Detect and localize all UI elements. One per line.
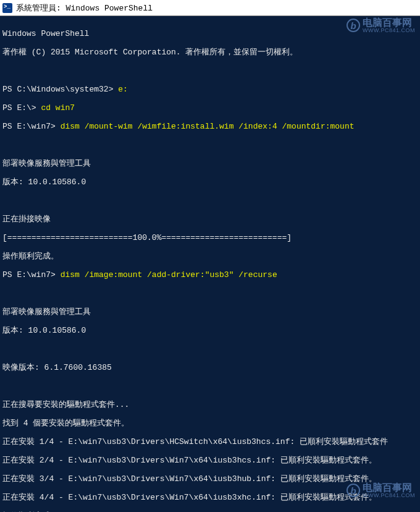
- output-line: 版本: 10.0.10586.0: [2, 177, 418, 187]
- output-line: 映像版本: 6.1.7600.16385: [2, 363, 418, 372]
- output-line: 操作順利完成。: [2, 252, 418, 261]
- output-line: [2, 140, 418, 150]
- prompt: PS E:\win7>: [2, 122, 61, 131]
- prompt-line: PS E:\win7> dism /mount-wim /wimfile:ins…: [2, 122, 418, 131]
- powershell-icon: [2, 3, 12, 13]
- output-line: Windows PowerShell: [2, 29, 418, 38]
- prompt: PS E:\>: [2, 103, 41, 113]
- output-line: 正在安裝 2/4 - E:\win7\usb3\Drivers\Win7\x64…: [2, 456, 418, 465]
- progress-bar: [==========================100.0%=======…: [2, 233, 418, 242]
- output-line: 部署映像服務與管理工具: [2, 307, 418, 317]
- output-line: 著作權 (C) 2015 Microsoft Corporation. 著作權所…: [2, 48, 418, 57]
- output-line: [2, 196, 418, 205]
- output-line: 版本: 10.0.10586.0: [2, 326, 418, 335]
- window-title: 系統管理員: Windows PowerShell: [16, 2, 153, 14]
- output-line: 正在掛接映像: [2, 215, 418, 224]
- prompt-line: PS E:\win7> dism /image:mount /add-drive…: [2, 270, 418, 279]
- prompt-line: PS C:\Windows\system32> e:: [2, 85, 418, 94]
- command: dism /mount-wim /wimfile:install.wim /in…: [61, 122, 355, 131]
- output-line: [2, 344, 418, 354]
- prompt: PS E:\win7>: [2, 270, 61, 279]
- command: dism /image:mount /add-driver:"usb3" /re…: [61, 270, 277, 279]
- output-line: 正在安裝 4/4 - E:\win7\usb3\Drivers\Win7\x64…: [2, 493, 418, 502]
- prompt: PS C:\Windows\system32>: [2, 85, 118, 94]
- output-line: 正在安裝 3/4 - E:\win7\usb3\Drivers\Win7\x64…: [2, 474, 418, 484]
- output-line: [2, 382, 418, 391]
- output-line: 正在安裝 1/4 - E:\win7\usb3\Drivers\HCSwitch…: [2, 437, 418, 446]
- command: cd win7: [41, 103, 75, 113]
- terminal-content[interactable]: Windows PowerShell 著作權 (C) 2015 Microsof…: [0, 16, 420, 512]
- output-line: [2, 66, 418, 75]
- command: e:: [118, 85, 128, 94]
- window-titlebar[interactable]: 系統管理員: Windows PowerShell: [0, 0, 420, 16]
- output-line: 正在搜尋要安裝的驅動程式套件...: [2, 400, 418, 409]
- output-line: [2, 289, 418, 298]
- output-line: 部署映像服務與管理工具: [2, 159, 418, 168]
- output-line: 找到 4 個要安裝的驅動程式套件。: [2, 419, 418, 428]
- prompt-line: PS E:\> cd win7: [2, 103, 418, 113]
